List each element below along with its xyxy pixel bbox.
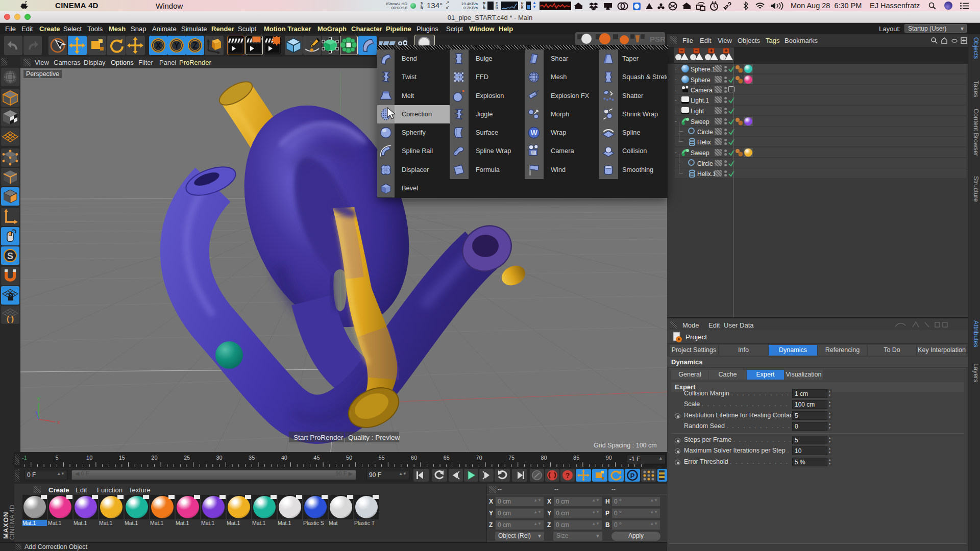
svg-text:X: X [156, 41, 161, 50]
svg-text:-1: -1 [22, 455, 27, 461]
svg-text:Y: Y [37, 396, 41, 402]
svg-text:55: 55 [378, 455, 384, 461]
svg-text:80: 80 [541, 455, 547, 461]
svg-text:60: 60 [411, 455, 417, 461]
svg-text:75: 75 [508, 455, 514, 461]
svg-text:15: 15 [119, 455, 125, 461]
svg-text:S: S [7, 251, 13, 261]
svg-text:x: x [57, 419, 60, 425]
svg-text:45: 45 [313, 455, 320, 461]
svg-text:( ): ( ) [7, 314, 14, 323]
svg-text:30: 30 [216, 455, 222, 461]
svg-text:35: 35 [249, 455, 255, 461]
svg-text:Grid Spacing : 100 cm: Grid Spacing : 100 cm [594, 442, 657, 449]
svg-text:85: 85 [573, 455, 579, 461]
svg-text:P: P [630, 472, 635, 480]
svg-text:10: 10 [86, 455, 92, 461]
svg-text:Quality : Preview: Quality : Preview [348, 434, 400, 441]
svg-text:Start ProRender: Start ProRender [293, 434, 344, 441]
svg-text:Y: Y [174, 41, 180, 50]
svg-text:25: 25 [184, 455, 190, 461]
svg-text:20: 20 [151, 455, 157, 461]
svg-text:50: 50 [346, 455, 352, 461]
svg-text:Z: Z [192, 41, 198, 50]
svg-text:W: W [530, 129, 537, 137]
svg-text:PSR: PSR [650, 35, 665, 43]
svg-text:40: 40 [281, 455, 287, 461]
svg-text:5: 5 [56, 455, 59, 461]
svg-text:70: 70 [476, 455, 482, 461]
svg-text:65: 65 [444, 455, 450, 461]
svg-text:90: 90 [606, 455, 612, 461]
svg-text:?: ? [566, 471, 570, 480]
